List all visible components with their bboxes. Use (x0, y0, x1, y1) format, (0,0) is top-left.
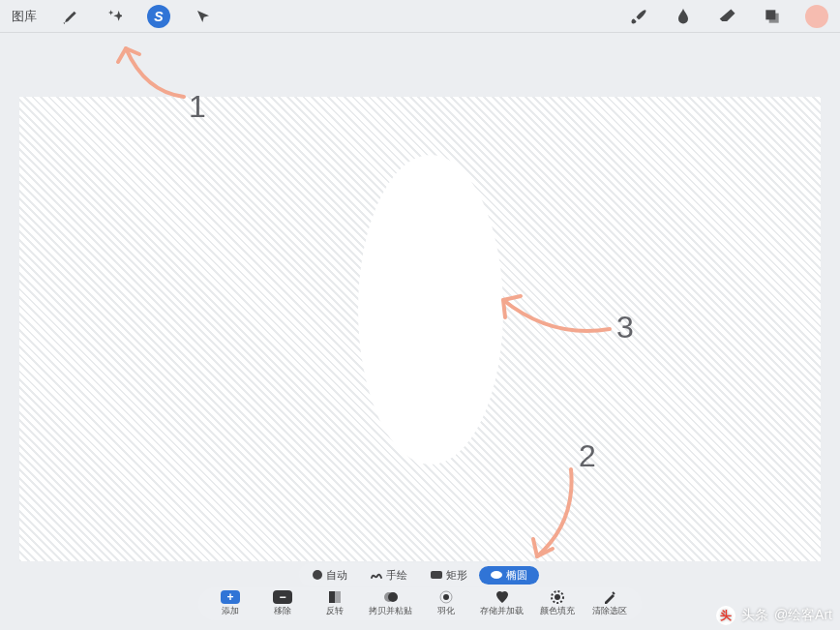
selmode-freehand-label: 手绘 (386, 568, 407, 583)
rect-icon (431, 571, 442, 579)
action-invert[interactable]: 反转 (316, 590, 353, 617)
ellipse-icon (491, 571, 502, 579)
watermark-handle: @绘客Art (774, 607, 832, 624)
brush-icon[interactable] (627, 5, 650, 28)
svg-point-2 (443, 594, 449, 600)
toolbar-left: 图库 S (12, 5, 215, 28)
smudge-icon[interactable] (672, 5, 695, 28)
action-remove-label: 移除 (274, 605, 291, 617)
action-clear-label: 清除选区 (592, 605, 627, 617)
annotation-number-1: 1 (189, 89, 206, 125)
annotation-arrow-3 (484, 271, 619, 348)
selection-action-bar: + 添加 − 移除 反转 拷贝并粘贴 羽化 存储并加载 颜色填充 清除选区 (198, 587, 642, 620)
copy-paste-icon (382, 590, 400, 604)
selmode-ellipse-label: 椭圆 (506, 568, 527, 583)
gallery-button[interactable]: 图库 (12, 8, 37, 25)
selmode-rect[interactable]: 矩形 (419, 566, 479, 585)
annotation-arrow-1 (106, 39, 194, 106)
action-clear[interactable]: 清除选区 (591, 590, 628, 617)
annotation-arrow-2 (513, 465, 581, 571)
fill-bucket-icon (549, 590, 566, 604)
svg-point-1 (388, 592, 398, 602)
action-copypaste-label: 拷贝并粘贴 (369, 605, 412, 617)
selmode-auto-label: 自动 (326, 568, 347, 583)
eraser-icon[interactable] (716, 5, 739, 28)
action-colorfill[interactable]: 颜色填充 (539, 590, 576, 617)
action-feather-label: 羽化 (437, 605, 455, 617)
plus-icon: + (221, 590, 240, 604)
action-remove[interactable]: − 移除 (264, 590, 301, 617)
watermark-logo-icon: 头 (716, 606, 735, 625)
watermark-prefix: 头条 (741, 607, 768, 624)
selmode-ellipse[interactable]: 椭圆 (479, 566, 539, 585)
annotation-number-3: 3 (616, 310, 634, 345)
action-saveload-label: 存储并加载 (480, 605, 524, 617)
action-colorfill-label: 颜色填充 (540, 605, 575, 617)
freehand-squiggle-icon (371, 569, 382, 581)
top-toolbar: 图库 S (0, 0, 840, 33)
svg-point-5 (555, 594, 560, 600)
selmode-auto[interactable]: 自动 (301, 566, 359, 585)
selmode-freehand[interactable]: 手绘 (359, 566, 419, 585)
color-swatch[interactable] (805, 5, 828, 28)
action-add-label: 添加 (222, 605, 239, 617)
selection-tool-button[interactable]: S (147, 5, 170, 28)
action-saveload[interactable]: 存储并加载 (480, 590, 524, 617)
actions-wrench-icon[interactable] (58, 5, 81, 28)
canvas[interactable] (19, 97, 821, 561)
adjustments-wand-icon[interactable] (103, 5, 126, 28)
transform-arrow-icon[interactable] (192, 5, 215, 28)
feather-icon (437, 590, 455, 604)
annotation-number-2: 2 (579, 438, 596, 474)
heart-icon (494, 590, 511, 604)
auto-dot-icon (313, 570, 322, 580)
layers-icon[interactable] (761, 5, 784, 28)
clear-brush-icon (601, 590, 618, 604)
action-copypaste[interactable]: 拷贝并粘贴 (369, 590, 412, 617)
minus-icon: − (273, 590, 292, 604)
ellipse-selection-shape (358, 155, 503, 465)
action-feather[interactable]: 羽化 (428, 590, 465, 617)
watermark: 头 头条 @绘客Art (716, 606, 832, 625)
action-add[interactable]: + 添加 (212, 590, 249, 617)
selmode-rect-label: 矩形 (446, 568, 467, 583)
action-invert-label: 反转 (326, 605, 344, 617)
invert-icon (326, 590, 344, 604)
selection-mode-bar: 自动 手绘 矩形 椭圆 (299, 563, 541, 586)
toolbar-right (627, 5, 828, 28)
